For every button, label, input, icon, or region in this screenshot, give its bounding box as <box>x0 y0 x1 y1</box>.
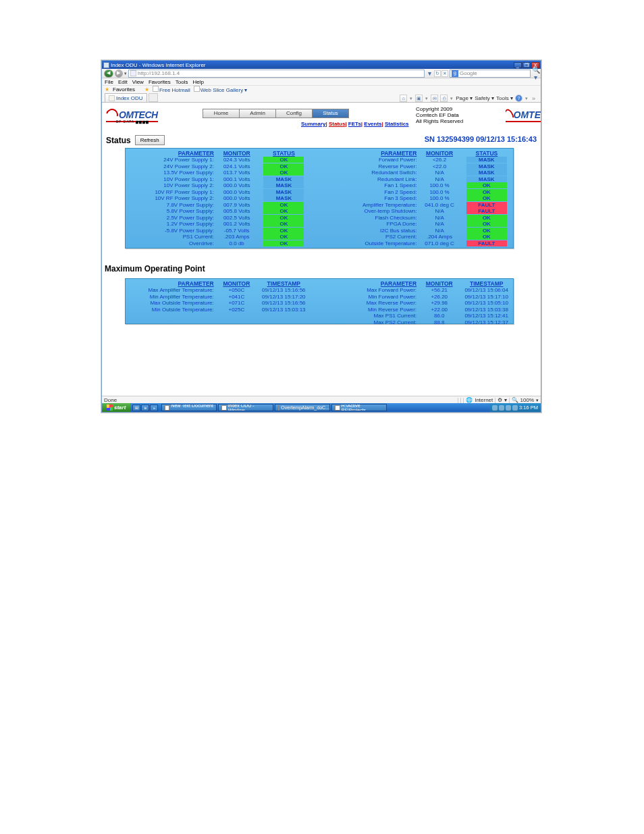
param-label: 10V Power Supply 1: <box>126 176 216 183</box>
ql-icon[interactable]: ⊞ <box>132 405 140 411</box>
tab-home[interactable]: Home <box>203 109 240 118</box>
feeds-icon[interactable]: ▣ <box>415 95 423 102</box>
param-label: 13.5V Power Supply: <box>126 170 216 176</box>
link-status[interactable]: Status <box>329 121 345 127</box>
status-badge: OK <box>460 215 513 221</box>
monitor-value: 100.0 % <box>419 195 460 202</box>
param-label <box>126 319 216 326</box>
start-button[interactable]: start <box>102 403 130 412</box>
fav-link-webslice[interactable]: Web Slice Gallery ▾ <box>194 86 248 93</box>
timestamp-value <box>257 313 311 319</box>
tray-icon[interactable] <box>492 405 498 411</box>
status-badge: FAULT <box>460 202 513 209</box>
param-label: Min Amplifier Temperature: <box>126 294 216 301</box>
status-zoom: 100% <box>520 397 534 403</box>
status-badge: OK <box>460 189 513 196</box>
tray-icon[interactable] <box>499 405 504 411</box>
param-label: 2.5V Power Supply: <box>126 215 216 221</box>
cmd-page[interactable]: Page ▾ <box>456 95 473 101</box>
menu-edit[interactable]: Edit <box>118 79 128 85</box>
page-content: OMTECH EF DATA ▆▆▆▆ OMTE Home Admin Conf… <box>102 103 541 392</box>
status-badge: OK <box>460 221 513 228</box>
task-icon <box>335 405 340 411</box>
status-badge: OK <box>257 163 310 170</box>
search-button[interactable]: 🔍 ▾ <box>532 66 539 81</box>
mail-icon[interactable]: ✉ <box>431 95 438 102</box>
menu-file[interactable]: File <box>105 79 113 85</box>
menu-view[interactable]: View <box>132 79 144 85</box>
task-icon <box>165 405 169 411</box>
param-label <box>126 313 216 319</box>
param-label: Min Forward Power: <box>328 294 419 301</box>
tab-admin[interactable]: Admin <box>239 109 276 118</box>
param-label: Outside Temperature: <box>328 240 419 247</box>
title-bar: Index ODU - Windows Internet Explorer _ … <box>102 61 541 69</box>
tray-icon[interactable] <box>506 405 511 411</box>
monitor-value: N/A <box>419 228 460 234</box>
monitor-value: 024.3 Volts <box>216 157 257 163</box>
menu-tools[interactable]: Tools <box>176 79 188 85</box>
address-bar[interactable]: http://192.168.1.4 <box>128 70 425 78</box>
browser-window: Index ODU - Windows Internet Explorer _ … <box>101 60 541 413</box>
home-icon[interactable]: ⌂ <box>400 95 407 102</box>
favorites-star-icon[interactable]: ★ <box>105 86 109 93</box>
link-statistics[interactable]: Statistics <box>385 121 409 127</box>
ql-icon[interactable]: e <box>141 405 149 411</box>
new-tab-button[interactable] <box>149 93 158 102</box>
taskbar-task[interactable]: New Text Document - ... <box>161 404 217 411</box>
ie-icon <box>103 62 109 68</box>
refresh-button[interactable]: Refresh <box>135 135 165 145</box>
monitor-value: 005.8 Volts <box>216 208 257 215</box>
taskbar-task[interactable]: H:\Active RF\Projects... <box>331 404 387 411</box>
monitor-value: 000.0 Volts <box>216 189 257 196</box>
print-icon[interactable]: ⎙ <box>440 95 448 102</box>
help-icon[interactable]: ? <box>515 95 522 102</box>
tab-config[interactable]: Config <box>275 109 313 118</box>
protected-mode-icon: ⚙ ▾ <box>498 397 506 403</box>
zoom-icon[interactable]: 🔍 <box>512 397 518 403</box>
taskbar-task[interactable]: Index ODU - Window... <box>218 404 273 411</box>
tab-index-odu[interactable]: Index ODU <box>105 93 147 102</box>
ql-icon[interactable]: » <box>150 405 158 411</box>
tray-icon[interactable] <box>512 405 518 411</box>
tab-status[interactable]: Status <box>312 109 349 118</box>
stop-icon[interactable]: ✕ <box>441 70 448 77</box>
param-label: Max Amplifier Temperature: <box>126 287 216 294</box>
page-icon <box>194 86 200 92</box>
search-box[interactable]: g Google <box>450 70 531 78</box>
link-summary[interactable]: Summary <box>301 121 325 127</box>
param-label: 10V RF Power Supply 2: <box>126 195 216 202</box>
menu-favorites[interactable]: Favorites <box>149 79 171 85</box>
address-dropdown[interactable]: ▾ <box>426 70 433 77</box>
status-badge: OK <box>257 221 310 228</box>
param-label: 5.8V Power Supply: <box>126 208 216 215</box>
cmd-tools[interactable]: Tools ▾ <box>496 95 513 101</box>
command-bar: ⌂▾ ▣▾ ✉ ⎙▾ Page ▾ Safety ▾ Tools ▾ ?▾ » <box>400 95 538 102</box>
fav-link-hotmail[interactable]: Free Hotmail <box>153 86 190 93</box>
page-nav-tabs: Home Admin Config Status <box>203 109 349 118</box>
timestamp-value: 09/12/13 15:06:04 <box>460 287 513 294</box>
forward-button[interactable] <box>115 70 123 78</box>
link-fets[interactable]: FETs <box>348 121 361 127</box>
favorites-label[interactable]: Favorites <box>113 86 135 93</box>
taskbar-task[interactable]: OvertempAlarm_doC... <box>275 404 330 411</box>
refresh-icon[interactable]: ↻ <box>434 70 441 77</box>
monitor-value: 001.2 Volts <box>216 221 257 228</box>
param-label: Min Reverse Power: <box>328 307 419 313</box>
cmd-safety[interactable]: Safety ▾ <box>475 95 494 101</box>
system-tray: 3:16 PM <box>489 403 541 412</box>
status-badge: OK <box>257 208 310 215</box>
monitor-value: +26.20 <box>419 294 460 301</box>
status-badge: OK <box>460 234 513 240</box>
menu-help[interactable]: Help <box>192 79 203 85</box>
timestamp-value: 09/12/13 15:16:56 <box>257 300 311 307</box>
nav-bar: ▾ http://192.168.1.4 ▾ ↻ ✕ g Google 🔍 ▾ <box>102 69 541 78</box>
param-label: Overdrive: <box>126 240 216 247</box>
link-events[interactable]: Events <box>364 121 381 127</box>
minimize-button[interactable]: _ <box>514 62 522 68</box>
monitor-value: 100.0 % <box>419 182 460 189</box>
back-button[interactable] <box>104 70 113 78</box>
param-label: Forward Power: <box>328 157 419 163</box>
page-icon <box>153 86 159 92</box>
maximize-button[interactable]: ❐ <box>522 62 531 68</box>
